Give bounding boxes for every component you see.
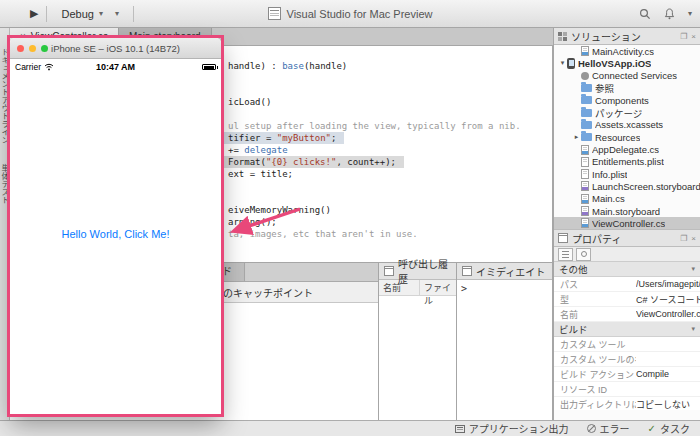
chevron-down-icon: ▾	[115, 9, 119, 18]
column-file[interactable]: ファイル	[420, 280, 456, 295]
device-dropdown[interactable]: ▾	[109, 7, 125, 20]
code-segment: icLoad()	[228, 97, 271, 107]
battery-area	[156, 64, 216, 70]
code-segment: , count++);	[336, 157, 396, 167]
cs-icon	[581, 46, 589, 56]
solution-header-icons: ❐ ×	[680, 32, 696, 41]
property-row-item[interactable]: カスタム ツールの名	[554, 352, 700, 367]
expander-down-icon[interactable]: ▾	[558, 59, 567, 67]
configuration-dropdown[interactable]: Debug ▾	[55, 6, 108, 22]
zoom-window-button[interactable]	[41, 45, 48, 52]
code-segment: "myButton"	[277, 133, 331, 143]
dock-icon[interactable]: ❐	[680, 32, 687, 41]
property-label: パス	[554, 278, 636, 291]
left-rail-tab[interactable]: 単体テスト	[0, 158, 10, 204]
tree-item-resources[interactable]: ▸Resources	[554, 131, 700, 143]
task-icon	[648, 424, 656, 434]
properties-toolbar	[554, 247, 700, 262]
chevron-down-icon: ▾	[691, 265, 695, 273]
call-stack-header: 呼び出し履歴	[379, 263, 456, 280]
column-name[interactable]: 名前	[379, 280, 420, 295]
property-value[interactable]: C# ソースコード	[636, 293, 700, 306]
immediate-header: イミディエイト	[457, 263, 552, 280]
tree-item-components[interactable]: Components	[554, 94, 700, 106]
minimize-window-button[interactable]	[29, 45, 36, 52]
property-row-item[interactable]: パス/Users/imagepit/Proje	[554, 277, 700, 292]
tree-item-connected-services[interactable]: Connected Services	[554, 70, 700, 82]
property-row-id[interactable]: リソース ID	[554, 382, 700, 397]
code-segment: ext = title;	[228, 169, 293, 179]
tree-item-item[interactable]: 参照	[554, 82, 700, 94]
left-rail-tab[interactable]: ドキュメントアウトライン	[0, 42, 10, 144]
folder-icon	[581, 133, 592, 141]
expander-right-icon[interactable]: ▸	[572, 133, 581, 141]
status-item-label: タスク	[660, 421, 690, 436]
property-row-item[interactable]: ビルド アクションCompile	[554, 367, 700, 382]
folder-icon	[581, 109, 592, 117]
immediate-input[interactable]: >	[457, 280, 552, 294]
tree-item-launchscreen-storyboard[interactable]: LaunchScreen.storyboard	[554, 180, 700, 192]
tree-item-item[interactable]: パッケージ	[554, 106, 700, 118]
project-icon	[567, 58, 575, 69]
property-value[interactable]: Compile	[636, 369, 700, 379]
code-segment: ta, images, etc that aren't in use.	[228, 229, 418, 239]
left-dock-rail: ドキュメントアウトライン単体テスト	[0, 28, 10, 420]
close-window-button[interactable]	[17, 45, 24, 52]
ios-simulator-window[interactable]: iPhone SE – iOS 10.1 (14B72) Carrier 10:…	[10, 38, 221, 415]
call-stack-body[interactable]	[379, 296, 456, 406]
code-segment: Format(	[228, 157, 266, 167]
status-item-item[interactable]: アプリケーション出力	[455, 421, 569, 436]
app-window-icon	[268, 7, 281, 20]
hello-world-button[interactable]: Hello World, Click Me!	[62, 228, 170, 240]
status-item-item[interactable]: タスク	[648, 421, 690, 436]
configuration-dropdown-label: Debug	[61, 8, 93, 20]
property-row-item[interactable]: カスタム ツール	[554, 337, 700, 352]
chevron-down-icon[interactable]: ▾	[688, 9, 692, 18]
tree-item-label: 参照	[595, 82, 614, 94]
status-item-item[interactable]: エラー	[587, 421, 630, 436]
properties-list-view-button[interactable]	[558, 248, 573, 261]
window-traffic-lights	[17, 45, 48, 52]
tree-item-main-cs[interactable]: Main.cs	[554, 193, 700, 205]
code-text: ta, images, etc that aren't in use.	[228, 228, 418, 240]
tree-item-label: HelloVSApp.iOS	[578, 58, 651, 69]
properties-events-button[interactable]	[576, 248, 591, 261]
simulator-titlebar[interactable]: iPhone SE – iOS 10.1 (14B72)	[10, 38, 221, 59]
property-section-item[interactable]: ビルド▾	[554, 322, 700, 337]
property-value[interactable]: ViewController.cs	[636, 309, 700, 319]
tree-item-mainactivity-cs[interactable]: MainActivity.cs	[554, 45, 700, 57]
tree-item-hellovsapp-ios[interactable]: ▾HelloVSApp.iOS	[554, 57, 700, 69]
dock-icon[interactable]: ❐	[680, 234, 687, 243]
code-segment: "{0} clicks!"	[266, 157, 336, 167]
property-row-item[interactable]: 名前ViewController.cs	[554, 307, 700, 322]
property-row-item[interactable]: 型C# ソースコード	[554, 292, 700, 307]
properties-panel-title: プロパティ	[572, 231, 621, 246]
tree-item-viewcontroller-cs[interactable]: ViewController.cs	[554, 217, 700, 229]
simulator-screen[interactable]: Hello World, Click Me!	[10, 75, 221, 416]
toolbar-separator	[46, 6, 47, 22]
property-value[interactable]: /Users/imagepit/Proje	[636, 279, 700, 289]
notification-bell-icon[interactable]	[664, 8, 675, 20]
close-icon[interactable]: ×	[691, 32, 696, 41]
tree-item-appdelegate-cs[interactable]: AppDelegate.cs	[554, 143, 700, 155]
tree-item-main-storyboard[interactable]: Main.storyboard	[554, 205, 700, 217]
tree-item-entitlements-plist[interactable]: Entitlements.plist	[554, 156, 700, 168]
carrier-label: Carrier	[15, 62, 41, 72]
property-row-item[interactable]: 出力ディレクトリにコピーしない	[554, 397, 700, 410]
code-segment: ul setup after loading the view, typical…	[228, 121, 521, 131]
property-section-item[interactable]: その他▾	[554, 262, 700, 277]
tree-item-info-plist[interactable]: Info.plist	[554, 168, 700, 180]
tree-item-assets-xcassets[interactable]: Assets.xcassets	[554, 119, 700, 131]
code-text: Format("{0} clicks!", count++);	[222, 156, 404, 168]
app-window: ▶ Debug ▾ ▾ Visual Studio for Mac Previe…	[0, 0, 700, 436]
run-button[interactable]: ▶	[30, 7, 38, 20]
code-segment: (handle)	[304, 61, 347, 71]
close-icon[interactable]: ×	[691, 234, 696, 243]
doc-icon	[581, 169, 589, 179]
search-icon[interactable]	[639, 8, 651, 20]
tree-item-label: AppDelegate.cs	[592, 144, 659, 155]
property-value[interactable]: コピーしない	[636, 398, 700, 411]
folder-icon	[581, 96, 592, 104]
property-label: カスタム ツールの名	[554, 353, 636, 366]
section-label: その他	[559, 262, 588, 276]
